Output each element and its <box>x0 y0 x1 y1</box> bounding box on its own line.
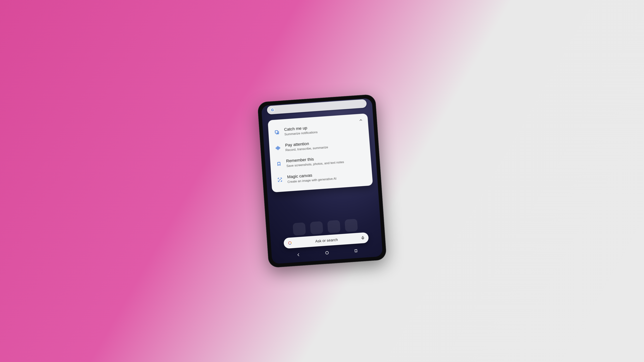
svg-line-15 <box>355 252 357 252</box>
dock-app-chrome[interactable] <box>327 220 340 233</box>
svg-rect-0 <box>275 130 278 133</box>
dock-app-camera[interactable] <box>345 219 358 232</box>
dock-app-messages[interactable] <box>310 221 323 234</box>
svg-line-4 <box>279 147 279 149</box>
collapse-button[interactable] <box>358 117 364 123</box>
google-logo-icon: G <box>270 107 275 113</box>
scan-sparkle-icon <box>276 176 284 183</box>
search-placeholder: Ask or search <box>296 236 358 245</box>
google-search-bar[interactable]: G <box>267 99 367 115</box>
nav-home-button[interactable] <box>324 250 330 256</box>
svg-rect-9 <box>362 236 363 238</box>
back-icon <box>296 252 301 257</box>
dock-app-phone[interactable] <box>293 223 306 235</box>
ai-suggestions-card: Catch me up Summarize notifications Pay … <box>268 113 373 192</box>
svg-point-11 <box>326 251 328 254</box>
svg-line-3 <box>278 146 278 150</box>
svg-line-13 <box>357 249 357 252</box>
nav-back-button[interactable] <box>296 252 301 258</box>
home-circle-icon <box>324 250 330 255</box>
assistant-logo-icon <box>287 240 293 246</box>
microphone-icon <box>360 236 365 240</box>
svg-line-14 <box>355 249 357 250</box>
recents-icon <box>353 248 358 253</box>
nav-recents-button[interactable] <box>353 248 358 254</box>
waveform-icon <box>274 144 282 151</box>
phone-screen: G Catch me up Summarize notifications <box>261 98 383 264</box>
mic-button[interactable] <box>360 235 366 240</box>
phone-frame: G Catch me up Summarize notifications <box>257 94 386 268</box>
bookmark-icon <box>276 160 282 168</box>
svg-line-2 <box>277 147 277 149</box>
stack-sparkle-icon <box>274 129 280 136</box>
chevron-up-icon <box>359 118 363 122</box>
